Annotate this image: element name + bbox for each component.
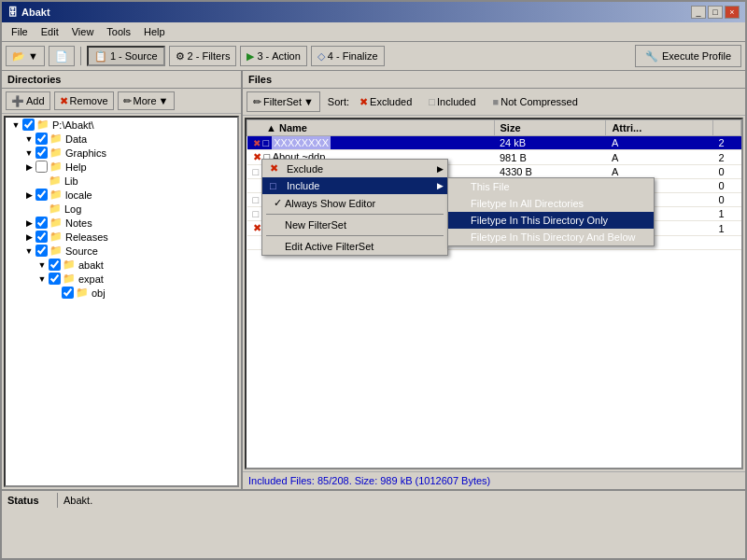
checkbox-notes[interactable] xyxy=(35,217,48,229)
toolbar-step4[interactable]: ◇ 4 - Finalize xyxy=(311,46,385,66)
app-icon: 🗄 xyxy=(7,7,18,18)
edit-filterset-label: Edit Active FilterSet xyxy=(285,241,374,252)
table-row[interactable]: ✖ □ XXXXXXXX 24 kB A 2 xyxy=(247,136,741,150)
checkbox-releases[interactable] xyxy=(35,231,48,243)
expand-root[interactable]: ▼ xyxy=(11,120,21,130)
step2-label: 2 - xyxy=(188,50,200,62)
col-header-name[interactable]: ▲ Name xyxy=(247,120,495,136)
remove-directory-button[interactable]: ✖ Remove xyxy=(54,91,114,110)
tree-item-notes[interactable]: ▶ 📁 Notes xyxy=(6,216,237,230)
tree-item-graphics[interactable]: ▼ 📁 Graphics xyxy=(6,146,237,160)
files-status: Included Files: 85/208. Size: 989 kB (10… xyxy=(243,471,745,489)
col-header-extra[interactable] xyxy=(713,120,741,136)
tree-item-releases[interactable]: ▶ 📁 Releases xyxy=(6,230,237,244)
sort-notcompressed-button[interactable]: ■ Not Compressed xyxy=(486,93,585,110)
menu-file[interactable]: File xyxy=(6,24,34,39)
filterset-button[interactable]: ✏ FilterSet ▼ xyxy=(247,91,320,112)
tree-item-root[interactable]: ▼ 📁 P:\Abakt\ xyxy=(6,118,237,132)
checkbox-obj[interactable] xyxy=(62,287,74,299)
more-label: More xyxy=(134,95,157,106)
minimize-button[interactable]: _ xyxy=(691,6,706,19)
expand-source[interactable]: ▼ xyxy=(24,246,34,256)
menu-edit[interactable]: Edit xyxy=(35,24,64,39)
toolbar-step1[interactable]: 📋 1 - Source xyxy=(87,46,165,66)
tree-item-help[interactable]: ▶ 📁 Help xyxy=(6,160,237,174)
checkbox-help[interactable] xyxy=(35,161,48,173)
include-submenu[interactable]: This File Filetype In All Directories Fi… xyxy=(447,177,655,246)
submenu-this-file[interactable]: This File xyxy=(448,178,654,195)
directory-tree[interactable]: ▼ 📁 P:\Abakt\ ▼ 📁 Data ▼ xyxy=(4,116,239,487)
expand-log[interactable] xyxy=(24,204,34,214)
context-menu[interactable]: ✖ Exclude ▶ □ Include ▶ This File Fil xyxy=(261,159,448,256)
execute-profile-button[interactable]: 🔧 Execute Profile xyxy=(635,45,741,67)
context-menu-new-filterset[interactable]: New FilterSet xyxy=(262,217,447,233)
submenu-filetype-this-dir[interactable]: Filetype In This Directory Only xyxy=(448,212,654,229)
folder-icon-expat: 📁 xyxy=(63,273,76,285)
context-menu-always-show[interactable]: ✓ Always Show Editor xyxy=(262,194,447,212)
context-menu-edit-filterset[interactable]: Edit Active FilterSet xyxy=(262,238,447,255)
folder-icon-source: 📁 xyxy=(49,245,63,257)
tree-item-source[interactable]: ▼ 📁 Source xyxy=(6,244,237,258)
checkbox-expat[interactable] xyxy=(49,273,61,285)
toolbar-page-btn[interactable]: 📄 xyxy=(49,46,75,66)
checkbox-locale[interactable] xyxy=(35,189,48,201)
main-window: 🗄 Abakt _ □ × File Edit View Tools Help … xyxy=(0,0,747,560)
expand-obj[interactable] xyxy=(50,288,60,298)
file-extra-cell: 0 xyxy=(713,179,741,193)
close-button[interactable]: × xyxy=(725,6,740,19)
toolbar-step2[interactable]: ⚙ 2 - Filters xyxy=(169,46,237,66)
checkbox-root[interactable] xyxy=(22,119,35,131)
col-header-attr[interactable]: Attri... xyxy=(606,120,713,136)
expand-lib[interactable] xyxy=(24,176,34,186)
file-extra-cell: 1 xyxy=(713,207,741,221)
maximize-button[interactable]: □ xyxy=(708,6,723,19)
expand-help[interactable]: ▶ xyxy=(24,162,34,172)
folder-icon-log: 📁 xyxy=(49,203,62,215)
include-arrow-icon: ▶ xyxy=(437,181,444,190)
menu-help[interactable]: Help xyxy=(138,24,171,39)
tree-label-releases: Releases xyxy=(65,231,108,243)
filterset-icon: ✏ xyxy=(253,96,261,108)
file-attr-cell: A xyxy=(606,150,713,165)
tree-item-lib[interactable]: 📁 Lib xyxy=(6,174,237,188)
file-attr-cell: A xyxy=(606,136,713,150)
expand-data[interactable]: ▼ xyxy=(24,134,34,144)
tree-item-locale[interactable]: ▶ 📁 locale xyxy=(6,188,237,202)
file-name: XXXXXXXX xyxy=(272,136,331,149)
expand-releases[interactable]: ▶ xyxy=(24,232,34,242)
menu-tools[interactable]: Tools xyxy=(101,24,136,39)
checkbox-data[interactable] xyxy=(35,133,48,145)
sort-included-button[interactable]: □ Included xyxy=(422,93,482,110)
tree-item-expat[interactable]: ▼ 📁 expat xyxy=(6,272,237,286)
submenu-filetype-below[interactable]: Filetype In This Directory And Below xyxy=(448,229,654,245)
menu-view[interactable]: View xyxy=(66,24,100,39)
context-menu-exclude[interactable]: ✖ Exclude ▶ xyxy=(262,160,447,177)
col-header-size[interactable]: Size xyxy=(494,120,606,136)
expand-locale[interactable]: ▶ xyxy=(24,190,34,200)
folder-icon-notes: 📁 xyxy=(49,217,63,229)
exclude-icon: ✖ xyxy=(270,162,285,175)
toolbar-step3[interactable]: ▶ 3 - Action xyxy=(240,46,306,66)
checkbox-abakt[interactable] xyxy=(49,259,61,271)
checkbox-source[interactable] xyxy=(35,245,48,257)
expand-notes[interactable]: ▶ xyxy=(24,218,34,228)
status-bar: Status Abakt. xyxy=(2,489,745,510)
toolbar-folder-btn[interactable]: 📂 ▼ xyxy=(6,46,45,66)
sort-excluded-button[interactable]: ✖ Excluded xyxy=(353,93,418,111)
submenu-filetype-all[interactable]: Filetype In All Directories xyxy=(448,195,654,212)
expand-abakt[interactable]: ▼ xyxy=(37,260,47,270)
more-directory-button[interactable]: ✏ More ▼ xyxy=(118,91,175,110)
tree-item-data[interactable]: ▼ 📁 Data xyxy=(6,132,237,146)
expand-graphics[interactable]: ▼ xyxy=(24,148,34,158)
tree-label-abakt: abakt xyxy=(78,259,104,271)
folder-open-icon: 📂 xyxy=(12,50,25,63)
add-directory-button[interactable]: ➕ Add xyxy=(6,91,50,110)
expand-expat[interactable]: ▼ xyxy=(37,274,47,284)
tree-item-obj[interactable]: 📁 obj xyxy=(6,286,237,300)
tree-item-abakt[interactable]: ▼ 📁 abakt xyxy=(6,258,237,272)
tree-item-log[interactable]: 📁 Log xyxy=(6,202,237,216)
directories-toolbar: ➕ Add ✖ Remove ✏ More ▼ xyxy=(2,89,241,114)
folder-icon-locale: 📁 xyxy=(49,189,63,201)
checkbox-graphics[interactable] xyxy=(35,147,48,159)
context-menu-include[interactable]: □ Include ▶ This File Filetype In All Di… xyxy=(262,177,447,194)
